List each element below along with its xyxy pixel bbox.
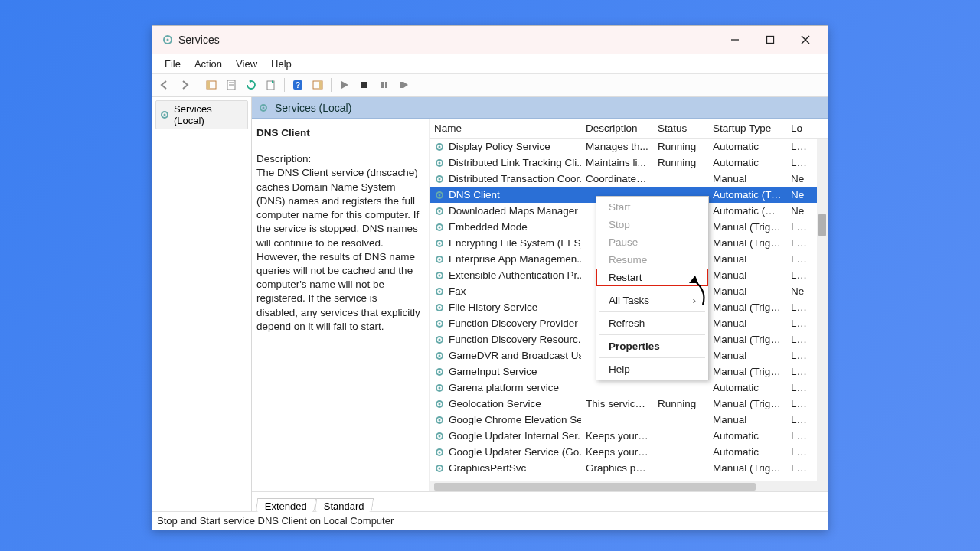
restart-service-button[interactable] [395,77,413,93]
ctx-help[interactable]: Help [596,360,708,378]
gear-icon [434,463,445,474]
table-row[interactable]: Google Updater Internal Ser...Keeps your… [430,428,828,444]
table-row[interactable]: Distributed Link Tracking Cli...Maintain… [430,155,828,171]
panel-body: DNS Client Description: The DNS Client s… [252,119,828,491]
gear-icon [434,238,445,249]
ctx-resume: Resume [596,251,708,269]
status-text: Stop and Start service DNS Client on Loc… [157,515,394,527]
show-hide-action-pane-button[interactable] [309,77,327,93]
col-name[interactable]: Name [430,122,581,134]
scroll-thumb[interactable] [434,483,756,491]
horizontal-scrollbar[interactable] [430,481,828,491]
svg-rect-7 [207,81,210,89]
titlebar[interactable]: Services [152,26,828,54]
svg-rect-17 [381,82,384,88]
ctx-pause: Pause [596,233,708,251]
menu-action[interactable]: Action [188,57,228,71]
menu-help[interactable]: Help [265,57,298,71]
show-hide-tree-button[interactable] [202,77,220,93]
gear-icon [434,431,445,442]
col-status[interactable]: Status [653,122,708,134]
table-row[interactable]: Display Policy ServiceManages th...Runni… [430,139,828,155]
export-button[interactable] [262,77,280,93]
col-description[interactable]: Description [581,122,653,134]
ctx-restart[interactable]: Restart [596,269,708,286]
ctx-properties[interactable]: Properties [596,337,708,355]
menu-file[interactable]: File [158,57,187,71]
separator [198,78,198,92]
gear-icon [434,383,445,393]
detail-pane: DNS Client Description: The DNS Client s… [252,119,430,491]
svg-point-33 [439,210,441,212]
gear-icon [434,302,445,313]
window-title: Services [178,34,220,46]
svg-point-49 [439,338,441,341]
svg-point-63 [439,451,441,453]
context-menu[interactable]: Start Stop Pause Resume Restart All Task… [596,196,709,380]
gear-icon [434,254,445,265]
table-row[interactable]: Geolocation ServiceThis service ...Runni… [430,396,828,412]
svg-point-23 [263,106,265,109]
svg-point-39 [439,258,441,260]
gear-icon [434,158,445,168]
app-icon [162,34,174,46]
svg-point-57 [439,403,441,405]
list-header[interactable]: Name Description Status Startup Type Lo [430,119,828,139]
ctx-refresh[interactable]: Refresh [596,315,708,332]
svg-point-61 [439,435,441,437]
gear-icon [258,103,269,113]
scroll-thumb[interactable] [818,214,826,236]
forward-button[interactable] [175,77,194,93]
svg-point-35 [439,226,441,228]
table-row[interactable]: GraphicsPerfSvcGraphics per...Manual (Tr… [430,460,828,476]
table-row[interactable]: Google Updater Service (Go...Keeps your … [430,444,828,460]
svg-point-25 [439,145,441,148]
vertical-scrollbar[interactable] [817,139,828,481]
gear-icon [434,415,445,425]
gear-icon [434,318,445,329]
svg-point-31 [439,194,441,196]
close-button[interactable] [788,27,823,53]
start-service-button[interactable] [335,77,354,93]
right-pane: Services (Local) DNS Client Description:… [252,97,828,511]
back-button[interactable] [155,77,174,93]
tab-standard[interactable]: Standard [315,498,374,512]
maximize-button[interactable] [753,27,788,53]
help-button[interactable]: ? [289,77,307,93]
menubar: File Action View Help [152,54,828,73]
refresh-button[interactable] [242,77,260,93]
ctx-stop: Stop [596,216,708,233]
svg-point-41 [439,274,441,276]
svg-point-37 [439,242,441,244]
gear-icon [434,206,445,217]
col-startup[interactable]: Startup Type [708,122,786,134]
svg-rect-3 [767,37,774,44]
gear-icon [434,190,445,201]
col-logon[interactable]: Lo [786,122,809,134]
separator [284,78,285,92]
svg-rect-18 [385,82,387,88]
svg-point-45 [439,306,441,308]
table-row[interactable]: Google Chrome Elevation Se...ManualLoc [430,412,828,428]
tree-root-item[interactable]: Services (Local) [155,100,248,129]
gear-icon [434,142,445,152]
gear-icon [434,174,445,184]
minimize-button[interactable] [717,27,753,53]
menu-view[interactable]: View [230,57,263,71]
tree-pane[interactable]: Services (Local) [152,97,252,511]
table-row[interactable]: Distributed Transaction Coor...Coordinat… [430,171,828,187]
ctx-all-tasks[interactable]: All Tasks [596,292,708,309]
body: Services (Local) Services (Local) DNS Cl… [152,96,828,511]
tab-extended[interactable]: Extended [256,498,316,512]
properties-button[interactable] [222,77,240,93]
separator [599,311,705,312]
separator [599,334,705,335]
separator [331,78,332,92]
svg-point-1 [167,39,169,41]
table-row[interactable]: Garena platform serviceAutomaticLoc [430,380,828,396]
pause-service-button[interactable] [375,77,394,93]
stop-service-button[interactable] [355,77,374,93]
gear-icon [434,350,445,361]
toolbar: ? [152,73,828,96]
description-text: The DNS Client service (dnscache) caches… [256,166,421,334]
